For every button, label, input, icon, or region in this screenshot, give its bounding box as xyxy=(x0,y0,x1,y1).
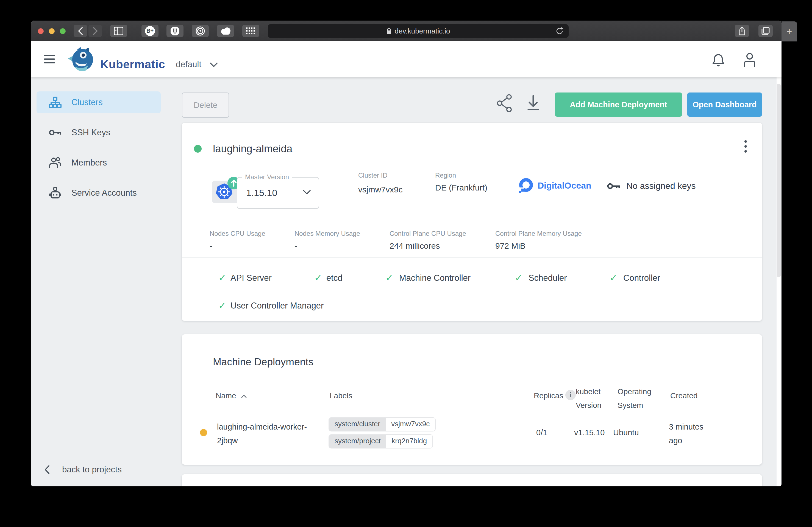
deployment-os: Ubuntu xyxy=(613,428,639,437)
health-check-icon: ✓ xyxy=(515,272,523,283)
cloud-icon xyxy=(220,27,231,35)
add-machine-deployment-label: Add Machine Deployment xyxy=(570,100,667,109)
replicas-info-icon[interactable]: i xyxy=(565,390,576,400)
share-cluster-icon[interactable] xyxy=(497,94,512,112)
sidebar-item-label: Members xyxy=(71,158,107,168)
stat-value: 244 millicores xyxy=(390,241,440,251)
health-check-icon: ✓ xyxy=(218,300,226,311)
cluster-status-dot xyxy=(194,145,202,153)
open-dashboard-label: Open Dashboard xyxy=(693,100,757,109)
cluster-menu-button[interactable] xyxy=(741,138,750,155)
machine-deployments-card: Machine Deployments Name Labels Replicas… xyxy=(182,334,762,465)
sidebar-item-label: Service Accounts xyxy=(71,188,137,198)
key-icon xyxy=(607,182,620,190)
extension-cloud-button[interactable] xyxy=(217,25,234,37)
ssh-keys-text: No assigned keys xyxy=(626,181,696,191)
chevron-down-icon xyxy=(303,190,311,195)
master-version-value: 1.15.10 xyxy=(246,187,277,198)
stat-label: Nodes CPU Usage xyxy=(209,230,265,238)
hand-stop-icon xyxy=(170,26,180,36)
sidebar-item-label: Clusters xyxy=(71,97,103,107)
project-selector[interactable]: default xyxy=(176,60,201,70)
health-label: API Server xyxy=(231,273,272,283)
extension-password-button[interactable] xyxy=(192,25,209,37)
column-header-kubelet-version: kubelet Version xyxy=(576,385,610,412)
reload-icon[interactable] xyxy=(555,27,564,35)
cluster-card: laughing-almeida xyxy=(182,123,762,321)
health-check-icon: ✓ xyxy=(386,272,393,283)
close-window-button[interactable] xyxy=(38,28,44,34)
column-header-operating-system: Operating System xyxy=(618,385,655,412)
deployment-name: laughing-almeida-worker-2jbqw xyxy=(217,420,313,447)
sidebar-item-ssh-keys[interactable]: SSH Keys xyxy=(37,122,161,144)
maximize-window-button[interactable] xyxy=(60,28,66,34)
deployment-created: 3 minutes ago xyxy=(669,420,713,447)
add-machine-deployment-button[interactable]: Add Machine Deployment xyxy=(555,92,682,117)
tabs-icon xyxy=(761,27,770,35)
share-page-button[interactable] xyxy=(735,25,749,37)
extension-blocker-button[interactable] xyxy=(166,25,184,37)
chevron-left-icon xyxy=(78,27,83,35)
new-tab-button[interactable]: + xyxy=(782,21,797,42)
cluster-id-label: Cluster ID xyxy=(358,171,388,179)
tab-overview-button[interactable] xyxy=(758,25,773,37)
sidebar-toggle-button[interactable] xyxy=(110,25,127,37)
sidebar-item-service-accounts[interactable]: Service Accounts xyxy=(37,182,161,204)
master-version-label: Master Version xyxy=(242,173,292,181)
provider-logo: DigitalOcean xyxy=(518,178,591,194)
column-header-labels: Labels xyxy=(330,391,352,400)
download-kubeconfig-icon[interactable] xyxy=(526,95,540,112)
bplus-icon: B+ xyxy=(145,26,155,36)
column-header-name[interactable]: Name xyxy=(216,391,247,400)
kubermatic-logo xyxy=(66,47,95,72)
hamburger-menu-button[interactable] xyxy=(44,53,55,65)
back-button[interactable] xyxy=(74,25,87,37)
open-dashboard-button[interactable]: Open Dashboard xyxy=(687,92,762,117)
deployment-status-dot xyxy=(200,429,207,436)
column-header-name-label: Name xyxy=(216,391,236,400)
arrow-up-icon xyxy=(231,180,237,187)
master-version-select[interactable]: Master Version 1.15.10 xyxy=(237,177,319,209)
stat-value: - xyxy=(294,241,297,251)
sidebar-item-clusters[interactable]: Clusters xyxy=(37,91,161,114)
extension-bplus-button[interactable]: B+ xyxy=(142,25,159,37)
label-value: krq2n7bldg xyxy=(386,435,433,448)
sort-ascending-icon xyxy=(241,394,247,398)
kubernetes-tile xyxy=(212,181,237,203)
deployment-kubelet-version: v1.15.10 xyxy=(574,428,605,437)
clusters-icon xyxy=(49,96,61,108)
label-key: system/cluster xyxy=(329,418,386,431)
brand-title: Kubermatic xyxy=(100,58,165,71)
scrollbar-thumb[interactable] xyxy=(777,84,781,277)
digitalocean-icon xyxy=(518,178,534,194)
browser-window: B+ xyxy=(31,20,782,486)
chevron-down-icon[interactable] xyxy=(209,62,218,68)
key-icon xyxy=(49,129,61,136)
provider-name: DigitalOcean xyxy=(538,181,591,191)
health-check-icon: ✓ xyxy=(314,272,322,283)
browser-toolbar: B+ xyxy=(31,20,782,41)
card-divider xyxy=(182,257,762,258)
stat-label: Nodes Memory Usage xyxy=(294,230,360,238)
url-text: dev.kubermatic.io xyxy=(395,27,450,35)
back-to-projects-label: back to projects xyxy=(62,465,122,475)
sidebar-item-label: SSH Keys xyxy=(71,127,110,137)
lock-icon xyxy=(387,28,391,34)
cluster-id-value: vsjmw7vx9c xyxy=(358,183,405,196)
page-scrollbar[interactable] xyxy=(777,41,781,486)
minimize-window-button[interactable] xyxy=(49,28,55,34)
health-label: Scheduler xyxy=(528,273,567,283)
label-chip: system/project krq2n7bldg xyxy=(329,434,433,449)
address-bar[interactable]: dev.kubermatic.io xyxy=(268,24,569,38)
user-account-icon[interactable] xyxy=(742,52,757,68)
sidebar-icon xyxy=(114,27,124,35)
extension-grid-button[interactable] xyxy=(242,25,259,37)
forward-button[interactable] xyxy=(88,25,102,37)
chevron-right-icon xyxy=(92,27,98,35)
delete-cluster-button[interactable]: Delete xyxy=(182,92,229,118)
column-header-created: Created xyxy=(670,391,698,400)
sidebar-item-members[interactable]: Members xyxy=(37,152,161,174)
notifications-bell-icon[interactable] xyxy=(712,53,725,67)
back-to-projects-link[interactable]: back to projects xyxy=(44,465,122,475)
health-label: Controller xyxy=(623,273,660,283)
